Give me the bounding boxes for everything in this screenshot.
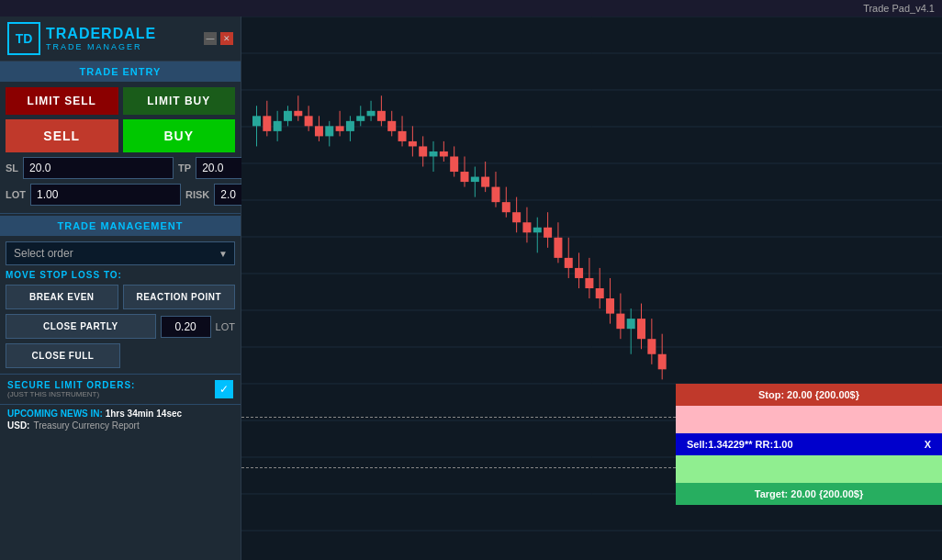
news-section: UPCOMING NEWS IN: 1hrs 34min 14sec USD: … <box>0 404 241 434</box>
logo-area: TD TRADERDALE TRADE MANAGER — ✕ <box>0 17 241 62</box>
lot-risk-row: LOT RISK ▲ ▼ % <box>6 184 235 206</box>
secure-checkbox[interactable]: ✓ <box>215 380 233 398</box>
sell-close-button[interactable]: X <box>925 439 931 450</box>
trade-management-section: Select order ▼ MOVE STOP LOSS TO: BREAK … <box>0 236 241 374</box>
logo-text: TRADERDALE TRADE MANAGER <box>46 26 156 51</box>
select-order-dropdown[interactable]: Select order <box>6 241 235 265</box>
sl-input[interactable] <box>23 157 174 179</box>
limit-buy-button[interactable]: LIMIT BUY <box>123 87 236 115</box>
logo-name: TRADERDALE <box>46 26 156 42</box>
select-order-wrapper: Select order ▼ <box>6 241 235 265</box>
close-partly-lot-input[interactable] <box>161 316 211 338</box>
trade-overlay: Stop: 20.00 {200.00$} Sell:1.34229** RR:… <box>676 384 942 505</box>
risk-label: RISK <box>185 189 209 200</box>
left-panel: TD TRADERDALE TRADE MANAGER — ✕ TRADE EN… <box>0 17 241 560</box>
move-stop-label: MOVE STOP LOSS TO: <box>6 270 235 280</box>
target-bar: Target: 20.00 {200.00$} <box>676 483 942 505</box>
light-green-bar <box>676 455 942 483</box>
sell-buy-row: SELL BUY <box>6 119 235 152</box>
trade-entry-section: LIMIT SELL LIMIT BUY SELL BUY SL TP LOT … <box>0 82 241 211</box>
sl-tp-row: SL TP <box>6 157 235 179</box>
close-partly-lot-label: LOT <box>216 321 235 332</box>
sell-button[interactable]: SELL <box>6 119 118 152</box>
break-reaction-row: BREAK EVEN REACTION POINT <box>6 285 235 309</box>
sell-text: Sell:1.34229** RR:1.00 <box>687 439 793 450</box>
divider-1 <box>0 213 241 214</box>
news-row: USD: Treasury Currency Report <box>7 420 233 431</box>
buy-button[interactable]: BUY <box>123 119 236 152</box>
lot-label: LOT <box>6 189 26 200</box>
close-partly-row: CLOSE PARTLY LOT <box>6 314 235 339</box>
reaction-point-button[interactable]: REACTION POINT <box>123 285 236 309</box>
news-title: UPCOMING NEWS IN: 1hrs 34min 14sec <box>7 409 233 419</box>
stop-bar: Stop: 20.00 {200.00$} <box>676 384 942 406</box>
minimize-button[interactable]: — <box>204 32 217 45</box>
tp-label: TP <box>178 162 191 174</box>
limit-buttons-row: LIMIT SELL LIMIT BUY <box>6 87 235 115</box>
chart-area: Stop: 20.00 {200.00$} Sell:1.34229** RR:… <box>241 17 942 560</box>
limit-sell-button[interactable]: LIMIT SELL <box>6 87 118 115</box>
secure-title: SECURE LIMIT ORDERS: <box>7 380 135 390</box>
secure-text: SECURE LIMIT ORDERS: (JUST THIS INSTRUME… <box>7 380 135 398</box>
secure-subtitle: (JUST THIS INSTRUMENT) <box>7 390 135 398</box>
news-description: Treasury Currency Report <box>33 420 139 431</box>
news-currency: USD: <box>7 420 29 431</box>
close-partly-button[interactable]: CLOSE PARTLY <box>6 314 156 339</box>
trade-entry-title: TRADE ENTRY <box>0 62 241 82</box>
sl-label: SL <box>6 162 18 174</box>
secure-section: SECURE LIMIT ORDERS: (JUST THIS INSTRUME… <box>0 374 241 404</box>
break-even-button[interactable]: BREAK EVEN <box>6 285 118 309</box>
logo-icon: TD <box>7 22 40 55</box>
app-title: Trade Pad_v4.1 <box>863 3 935 14</box>
close-full-button[interactable]: CLOSE FULL <box>6 343 120 368</box>
pink-bar <box>676 406 942 433</box>
window-controls: — ✕ <box>204 32 233 45</box>
lot-input[interactable] <box>30 184 181 206</box>
close-button[interactable]: ✕ <box>220 32 233 45</box>
logo-subtitle: TRADE MANAGER <box>46 42 156 51</box>
trade-management-title: TRADE MANAGEMENT <box>0 216 241 236</box>
sell-bar: Sell:1.34229** RR:1.00 X <box>676 433 942 455</box>
